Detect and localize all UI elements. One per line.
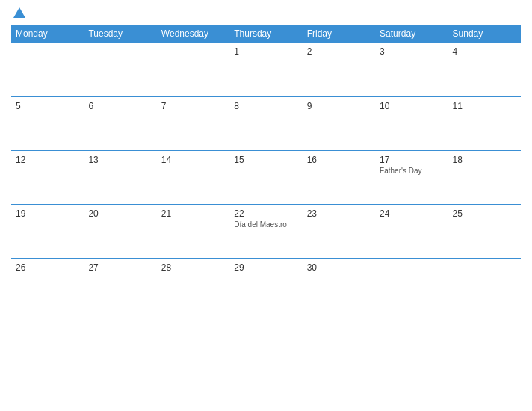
day-number: 9 bbox=[307, 101, 371, 111]
calendar-cell: 14 bbox=[157, 150, 229, 204]
week-row-4: 19202122Día del Maestro232425 bbox=[11, 204, 521, 258]
calendar-cell: 30 bbox=[303, 258, 375, 312]
calendar-cell: 17Father's Day bbox=[375, 150, 448, 204]
calendar-cell: 20 bbox=[84, 204, 156, 258]
day-number: 4 bbox=[453, 46, 516, 57]
weekday-header-row: MondayTuesdayWednesdayThursdayFridaySatu… bbox=[11, 25, 521, 43]
calendar-cell: 5 bbox=[11, 96, 84, 150]
calendar-cell: 23 bbox=[303, 204, 375, 258]
calendar-cell: 9 bbox=[303, 96, 375, 150]
calendar-cell: 12 bbox=[11, 150, 84, 204]
calendar-cell: 19 bbox=[11, 204, 84, 258]
holiday-label: Día del Maestro bbox=[234, 220, 297, 229]
calendar-cell: 27 bbox=[84, 258, 156, 312]
day-number: 21 bbox=[161, 208, 225, 219]
calendar-cell: 10 bbox=[375, 96, 448, 150]
week-row-1: 1234 bbox=[11, 43, 521, 96]
week-row-3: 121314151617Father's Day18 bbox=[11, 150, 521, 204]
calendar-cell: 15 bbox=[229, 150, 302, 204]
calendar-cell bbox=[157, 43, 229, 96]
day-number: 26 bbox=[16, 262, 79, 273]
day-number: 19 bbox=[16, 208, 79, 219]
day-number: 14 bbox=[161, 155, 225, 165]
day-number: 3 bbox=[380, 46, 443, 57]
day-number: 5 bbox=[16, 101, 79, 111]
calendar-cell: 4 bbox=[448, 43, 521, 96]
day-number: 1 bbox=[234, 46, 297, 57]
day-number: 25 bbox=[453, 208, 516, 219]
calendar-table: MondayTuesdayWednesdayThursdayFridaySatu… bbox=[11, 25, 521, 312]
day-number: 20 bbox=[88, 208, 152, 219]
calendar-cell bbox=[375, 258, 448, 312]
calendar-cell: 3 bbox=[375, 43, 448, 96]
weekday-header-friday: Friday bbox=[303, 25, 375, 43]
day-number: 30 bbox=[307, 262, 371, 273]
calendar-cell bbox=[84, 43, 156, 96]
header bbox=[11, 7, 521, 19]
calendar-cell: 18 bbox=[448, 150, 521, 204]
day-number: 7 bbox=[161, 101, 225, 111]
day-number: 15 bbox=[234, 155, 297, 165]
day-number: 29 bbox=[234, 262, 297, 273]
logo bbox=[11, 7, 25, 19]
day-number: 24 bbox=[380, 208, 443, 219]
day-number: 18 bbox=[453, 155, 516, 165]
calendar-cell: 22Día del Maestro bbox=[229, 204, 302, 258]
calendar-cell: 29 bbox=[229, 258, 302, 312]
day-number: 6 bbox=[88, 101, 152, 111]
day-number: 2 bbox=[307, 46, 371, 57]
holiday-label: Father's Day bbox=[380, 167, 443, 175]
calendar-cell: 2 bbox=[303, 43, 375, 96]
calendar-cell bbox=[11, 43, 84, 96]
calendar-cell: 16 bbox=[303, 150, 375, 204]
weekday-header-tuesday: Tuesday bbox=[84, 25, 156, 43]
day-number: 28 bbox=[161, 262, 225, 273]
week-row-5: 2627282930 bbox=[11, 258, 521, 312]
calendar-cell: 8 bbox=[229, 96, 302, 150]
day-number: 8 bbox=[234, 101, 297, 111]
day-number: 10 bbox=[380, 101, 443, 111]
weekday-header-saturday: Saturday bbox=[375, 25, 448, 43]
day-number: 12 bbox=[16, 155, 79, 165]
calendar-cell bbox=[448, 258, 521, 312]
calendar-cell: 28 bbox=[157, 258, 229, 312]
logo-triangle-icon bbox=[13, 7, 25, 18]
calendar-cell: 26 bbox=[11, 258, 84, 312]
day-number: 11 bbox=[453, 101, 516, 111]
day-number: 13 bbox=[88, 155, 152, 165]
weekday-header-thursday: Thursday bbox=[229, 25, 302, 43]
weekday-header-wednesday: Wednesday bbox=[157, 25, 229, 43]
calendar-cell: 7 bbox=[157, 96, 229, 150]
week-row-2: 567891011 bbox=[11, 96, 521, 150]
calendar-cell: 1 bbox=[229, 43, 302, 96]
day-number: 22 bbox=[234, 208, 297, 219]
calendar-cell: 11 bbox=[448, 96, 521, 150]
calendar-cell: 6 bbox=[84, 96, 156, 150]
calendar-cell: 21 bbox=[157, 204, 229, 258]
weekday-header-sunday: Sunday bbox=[448, 25, 521, 43]
weekday-header-monday: Monday bbox=[11, 25, 84, 43]
calendar-cell: 25 bbox=[448, 204, 521, 258]
day-number: 23 bbox=[307, 208, 371, 219]
day-number: 27 bbox=[88, 262, 152, 273]
day-number: 17 bbox=[380, 155, 443, 165]
calendar-page: MondayTuesdayWednesdayThursdayFridaySatu… bbox=[0, 0, 532, 411]
day-number: 16 bbox=[307, 155, 371, 165]
calendar-cell: 13 bbox=[84, 150, 156, 204]
calendar-cell: 24 bbox=[375, 204, 448, 258]
